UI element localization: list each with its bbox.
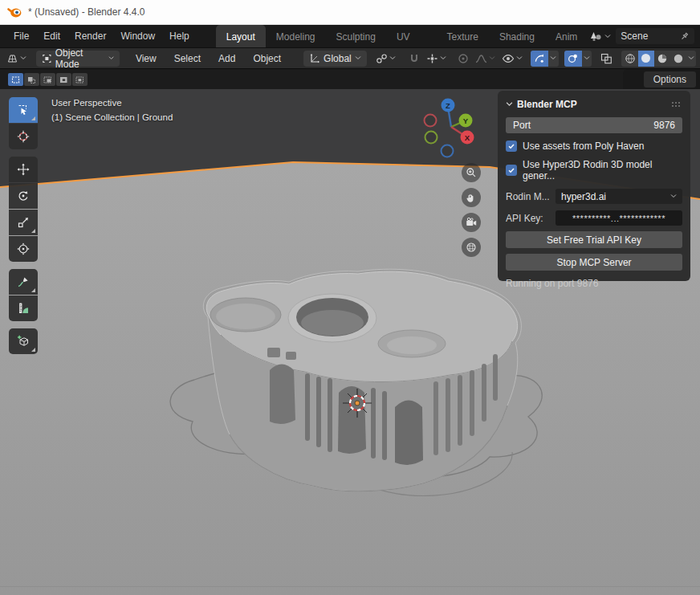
proportional-editing-button[interactable] bbox=[455, 51, 471, 66]
menu-select[interactable]: Select bbox=[166, 48, 209, 69]
menu-edit[interactable]: Edit bbox=[36, 25, 67, 47]
xray-toggle[interactable] bbox=[598, 51, 615, 66]
tool-scale[interactable] bbox=[9, 210, 38, 235]
chevron-down-icon bbox=[20, 56, 26, 60]
viewport-3d[interactable]: User Perspective (1) Scene Collection | … bbox=[0, 89, 700, 595]
tool-measure[interactable] bbox=[9, 295, 38, 321]
os-titlebar: * (Unsaved) - Blender 4.4.0 bbox=[0, 0, 700, 25]
measure-icon bbox=[17, 302, 30, 315]
solid-shading-icon bbox=[641, 54, 650, 63]
falloff-curve-icon bbox=[475, 53, 487, 64]
tool-rotate[interactable] bbox=[9, 183, 38, 209]
chevron-down-icon bbox=[489, 56, 495, 60]
rodin-mode-label: Rodin M... bbox=[506, 191, 556, 202]
menu-help[interactable]: Help bbox=[162, 25, 197, 47]
navigation-gizmo[interactable]: Z Y X bbox=[417, 96, 490, 169]
checkbox-checked-icon[interactable] bbox=[506, 165, 517, 176]
select-mode-subtract[interactable] bbox=[40, 73, 55, 86]
set-free-trial-api-key-button[interactable]: Set Free Trial API Key bbox=[506, 231, 682, 248]
material-shading-button[interactable] bbox=[654, 51, 670, 67]
hand-icon bbox=[466, 192, 477, 203]
mcp-panel-header[interactable]: Blender MCP bbox=[506, 96, 682, 112]
tab-animation[interactable]: Anim bbox=[545, 25, 588, 47]
chevron-down-icon bbox=[550, 56, 556, 60]
grid-sphere-icon bbox=[466, 242, 477, 253]
zoom-icon bbox=[466, 167, 477, 178]
chevron-down-icon bbox=[355, 56, 361, 60]
menu-view[interactable]: View bbox=[128, 48, 165, 69]
editor-type-button[interactable] bbox=[4, 51, 29, 66]
scene-name-field[interactable]: Scene bbox=[616, 28, 694, 44]
tool-add-cube[interactable] bbox=[9, 328, 38, 354]
gizmo-x-label: X bbox=[465, 133, 470, 142]
transform-orientation-dropdown[interactable]: Global bbox=[303, 51, 367, 67]
snap-magnet-icon bbox=[409, 53, 420, 64]
wireframe-shading-button[interactable] bbox=[621, 51, 637, 67]
port-field[interactable]: Port 9876 bbox=[506, 117, 682, 133]
pan-button[interactable] bbox=[462, 188, 481, 207]
scene-selector: Scene bbox=[588, 28, 696, 44]
chevron-down-icon bbox=[108, 56, 114, 60]
rodin-mode-dropdown[interactable]: hyper3d.ai bbox=[556, 189, 682, 204]
falloff-curve-button[interactable] bbox=[473, 51, 498, 66]
tab-modeling[interactable]: Modeling bbox=[266, 25, 326, 47]
select-mode-intersect[interactable] bbox=[72, 73, 88, 86]
panel-grip-icon[interactable] bbox=[671, 101, 682, 108]
pin-icon[interactable] bbox=[679, 31, 690, 42]
add-cube-icon bbox=[17, 335, 30, 348]
rendered-shading-button[interactable] bbox=[670, 51, 686, 67]
tool-cursor[interactable] bbox=[9, 124, 38, 149]
select-mode-extend[interactable] bbox=[24, 73, 39, 86]
menu-window[interactable]: Window bbox=[113, 25, 162, 47]
checkbox-checked-icon[interactable] bbox=[506, 141, 517, 152]
tool-select-box[interactable] bbox=[9, 97, 38, 123]
tab-texture-paint[interactable]: Texture Paint bbox=[437, 25, 489, 47]
rodin-mode-value: hyper3d.ai bbox=[561, 191, 670, 202]
pivot-point-button[interactable] bbox=[373, 51, 398, 66]
snap-toggle-button[interactable] bbox=[406, 51, 422, 66]
tool-annotate[interactable] bbox=[9, 269, 38, 295]
menu-object[interactable]: Object bbox=[245, 48, 289, 69]
hyper3d-checkbox-row[interactable]: Use Hyper3D Rodin 3D model gener... bbox=[506, 159, 682, 181]
chevron-down-icon bbox=[440, 56, 446, 60]
zoom-button[interactable] bbox=[462, 163, 481, 182]
solid-shading-button[interactable] bbox=[638, 51, 654, 67]
toolbar-left bbox=[9, 97, 38, 361]
viewport-nav-buttons bbox=[462, 163, 481, 257]
mcp-panel-title: Blender MCP bbox=[517, 99, 667, 110]
select-mode-set[interactable] bbox=[8, 73, 23, 86]
stop-mcp-server-button[interactable]: Stop MCP Server bbox=[506, 254, 682, 271]
viewport-header: Object Mode View Select Add Object Globa… bbox=[0, 47, 700, 68]
camera-view-button[interactable] bbox=[462, 213, 481, 232]
tool-transform[interactable] bbox=[9, 236, 38, 262]
toggle-perspective-button[interactable] bbox=[462, 238, 481, 257]
gizmos-toggle[interactable] bbox=[531, 51, 559, 67]
tab-uv-editing[interactable]: UV Editing bbox=[386, 25, 437, 47]
port-value: 9876 bbox=[653, 120, 675, 131]
overlays-toggle[interactable] bbox=[564, 51, 592, 67]
polyhaven-checkbox-row[interactable]: Use assets from Poly Haven bbox=[506, 141, 682, 152]
options-button[interactable]: Options bbox=[644, 71, 696, 88]
snap-target-button[interactable] bbox=[424, 51, 449, 66]
tab-sculpting[interactable]: Sculpting bbox=[326, 25, 386, 47]
transform-icon bbox=[17, 242, 30, 255]
gizmo-minus-z-axis[interactable] bbox=[442, 145, 454, 157]
gizmo-minus-y-axis[interactable] bbox=[425, 132, 438, 144]
menu-add[interactable]: Add bbox=[210, 48, 243, 69]
gizmo-minus-x-axis[interactable] bbox=[425, 115, 437, 127]
menu-render[interactable]: Render bbox=[67, 25, 113, 47]
tab-shading[interactable]: Shading bbox=[489, 25, 545, 47]
tab-layout[interactable]: Layout bbox=[216, 25, 266, 47]
tool-move[interactable] bbox=[9, 157, 38, 182]
window-title: * (Unsaved) - Blender 4.4.0 bbox=[28, 6, 144, 18]
menu-file[interactable]: File bbox=[6, 25, 36, 47]
scale-icon bbox=[17, 216, 30, 229]
port-label: Port bbox=[513, 120, 653, 131]
mode-dropdown[interactable]: Object Mode bbox=[36, 51, 120, 67]
api-key-input[interactable]: **********...************ bbox=[556, 210, 682, 226]
object-visibility-button[interactable] bbox=[499, 51, 525, 66]
select-mode-invert[interactable] bbox=[56, 73, 71, 86]
visibility-eye-icon bbox=[502, 53, 515, 64]
scene-browse-button[interactable] bbox=[588, 29, 613, 43]
gizmo-z-label: Z bbox=[446, 101, 450, 110]
